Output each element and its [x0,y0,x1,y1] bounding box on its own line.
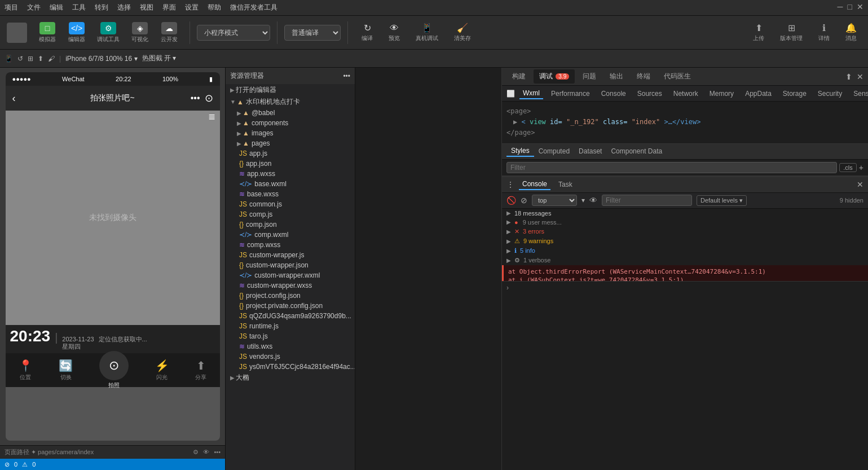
console-drag-icon[interactable]: ⋮ [506,180,514,189]
debugger-button[interactable]: ⚙ 调试工具 [92,20,124,46]
more-file-icon[interactable]: ••• [343,72,350,80]
context-select[interactable]: top [532,195,577,206]
tree-item-components[interactable]: ▶ ▲ components [226,118,355,128]
cloud-button[interactable]: ☁ 云开发 [156,20,183,46]
tree-item-cwjson[interactable]: {} custom-wrapper.json [226,260,355,270]
menu-item-interface[interactable]: 界面 [162,3,176,12]
styles-tab-computed[interactable]: Computed [534,146,574,156]
wxml-tab-console[interactable]: Console [598,89,629,99]
phone-nav-flash[interactable]: ⚡ 闪光 [155,359,169,381]
device-select[interactable]: iPhone 6/7/8 100% 16 ▾ [65,55,137,63]
wxml-tab-storage[interactable]: Storage [779,89,810,99]
compile-select[interactable]: 普通编译 [284,25,341,41]
compile-button[interactable]: ↻ 编译 [355,21,380,43]
editor-button[interactable]: </> 编辑器 [63,20,90,46]
cls-button[interactable]: .cls [839,163,857,172]
realdev-button[interactable]: 📱 真机调试 [409,21,445,43]
wxml-tab-sources[interactable]: Sources [634,89,666,99]
styles-tab-componentdata[interactable]: Component Data [606,146,667,156]
menu-item-goto[interactable]: 转到 [95,3,108,12]
tree-item-compwxss[interactable]: ≋ comp.wxss [226,240,355,250]
styles-filter-input[interactable] [506,162,837,173]
maximize-button[interactable]: □ [848,2,852,11]
tree-item-projectjson[interactable]: {} project.config.json [226,291,355,301]
tree-item-cwwxml[interactable]: ≺/≻ custom-wrapper.wxml [226,270,355,280]
styles-tab-dataset[interactable]: Dataset [574,146,606,156]
tree-item-cwjs[interactable]: JS custom-wrapper.js [226,250,355,260]
menu-item-project[interactable]: 项目 [5,3,18,12]
wxml-tab-memory[interactable]: Memory [706,89,737,99]
phone-record-button[interactable]: ⊙ [205,92,213,104]
tab-output[interactable]: 输出 [604,69,629,84]
phone-nav-capture[interactable]: ⊙ 拍照 [99,351,129,389]
wxml-tab-performance[interactable]: Performance [548,89,593,99]
eye-console-icon[interactable]: 👁 [589,196,597,205]
devtools-close-icon[interactable]: ✕ [857,72,863,81]
menu-item-file[interactable]: 文件 [27,3,41,12]
close-button[interactable]: ✕ [857,2,863,11]
more-path-icon[interactable]: ••• [214,449,221,456]
tab-build[interactable]: 构建 [506,69,531,84]
tree-item-compjson[interactable]: {} comp.json [226,219,355,230]
console-tab-task[interactable]: Task [555,179,576,190]
console-input[interactable] [511,284,863,292]
tree-item-compjs[interactable]: JS comp.js [226,209,355,219]
tree-item-taro[interactable]: JS taro.js [226,331,355,341]
menu-item-settings[interactable]: 设置 [185,3,199,12]
phone-nav-location[interactable]: 📍 位置 [19,359,33,381]
console-group-user[interactable]: ▶ ● 9 user mess... [502,218,868,227]
tab-terminal[interactable]: 终端 [631,69,656,84]
notification-button[interactable]: 🔔 消息 [841,21,861,43]
console-group-info[interactable]: ▶ ℹ 5 info [502,246,868,256]
menu-item-select[interactable]: 选择 [117,3,131,12]
phone-more-button[interactable]: ••• [191,93,200,103]
menu-item-view[interactable]: 视图 [140,3,153,12]
console-group-warnings[interactable]: ▶ ⚠ 9 warnings [502,236,868,246]
preview-button[interactable]: 👁 预览 [382,22,407,43]
tab-codedoc[interactable]: 代码医生 [658,69,697,84]
clearcache-button[interactable]: 🧹 清美存 [447,21,478,43]
tree-item-commonjs[interactable]: JS common.js [226,199,355,209]
menu-item-wechat[interactable]: 微信开发者工具 [230,3,277,12]
console-group-verbose[interactable]: ▶ ⚙ 1 verbose [502,256,868,265]
upload-button[interactable]: ⬆ 上传 [748,21,769,43]
tree-item-runtime[interactable]: JS runtime.js [226,321,355,331]
menu-item-edit[interactable]: 编辑 [50,3,63,12]
menu-item-help[interactable]: 帮助 [208,3,221,12]
console-filter-input[interactable] [602,195,692,206]
add-style-icon[interactable]: + [859,163,863,172]
wxml-tab-appdata[interactable]: AppData [742,89,775,99]
tree-item-compwxml[interactable]: ≺/≻ comp.wxml [226,230,355,240]
console-close-icon[interactable]: ✕ [857,180,863,189]
devtools-side-icon[interactable]: ⬜ [506,90,515,98]
tree-item-basewxml[interactable]: ≺/≻ base.wxml [226,179,355,189]
settings-icon[interactable]: ⚙ [193,449,199,456]
default-levels-button[interactable]: Default levels ▾ [697,195,747,206]
phone-nav-share[interactable]: ⬆ 分享 [195,359,206,381]
devtools-expand-icon[interactable]: ⬆ [845,72,852,81]
tree-item-vendors[interactable]: JS vendors.js [226,352,355,362]
tree-item-utils[interactable]: ≋ utils.wxs [226,341,355,352]
wxml-tab-security[interactable]: Security [814,89,845,99]
console-tab-console[interactable]: Console [519,179,550,190]
tree-item-pages[interactable]: ▶ ▲ pages [226,138,355,148]
wxml-tab-wxml[interactable]: Wxml [519,88,543,99]
root-folder[interactable]: ▼ ▲ 水印相机地点打卡 [226,96,355,108]
wxml-tab-sensor[interactable]: Sensor [850,89,868,99]
visual-button[interactable]: ◈ 可视化 [126,20,153,46]
phone-back-button[interactable]: ‹ [12,93,16,104]
tree-item-appjson[interactable]: {} app.json [226,159,355,169]
tree-item-babel[interactable]: ▶ ▲ @babel [226,108,355,118]
styles-tab-styles[interactable]: Styles [506,146,534,157]
tree-item-daxian[interactable]: ▶ 大椭 [226,372,355,384]
open-editors-section[interactable]: ▶ 打开的编辑器 [226,84,355,96]
detail-button[interactable]: ℹ 详情 [814,21,834,43]
tab-issues[interactable]: 问题 [577,69,602,84]
minimize-button[interactable]: ─ [838,2,843,11]
wxml-tab-network[interactable]: Network [670,89,702,99]
console-group-18messages[interactable]: ▶ 18 messages [502,209,868,218]
menu-item-tools[interactable]: 工具 [72,3,86,12]
hotspot-button[interactable]: 热图截 开 ▾ [142,54,177,63]
tab-debug[interactable]: 调试 3.9 [534,69,575,84]
tree-item-qfile[interactable]: JS qQZdUG34qsam9a9263790d9b... [226,311,355,321]
